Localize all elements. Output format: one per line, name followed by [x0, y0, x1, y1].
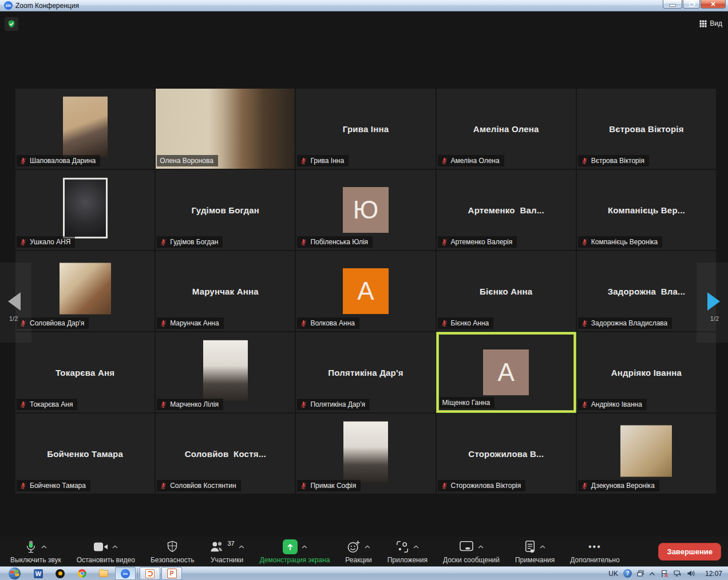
taskbar-media-player-button[interactable] [49, 567, 71, 580]
participant-tile[interactable]: Амеліна Олена Амеліна Олена [437, 89, 576, 169]
participant-tile[interactable]: Шаповалова Дарина [15, 89, 155, 169]
participant-tile[interactable]: Марунчак Анна Марунчак Анна [156, 251, 295, 331]
participant-tile[interactable]: Бієнко Анна Бієнко Анна [437, 251, 576, 331]
network-icon[interactable] [674, 570, 682, 577]
muted-mic-icon [19, 239, 27, 246]
help-icon[interactable]: ? [623, 569, 632, 578]
language-indicator[interactable]: UK [608, 570, 618, 578]
taskbar-explorer-button[interactable] [93, 567, 114, 580]
participant-video [620, 426, 672, 477]
taskbar-zoom-button[interactable]: zm [115, 567, 136, 580]
share-screen-button[interactable]: Демонстрация экрана [260, 539, 330, 564]
chevron-up-icon[interactable] [478, 545, 484, 549]
participant-name-label: Шаповалова Дарина [17, 155, 100, 166]
meeting-info-button[interactable] [5, 17, 18, 31]
action-center-flag-icon[interactable] [660, 570, 668, 578]
participant-name-text: Шаповалова Дарина [30, 157, 96, 165]
restore-button[interactable] [683, 0, 700, 9]
chevron-up-icon[interactable] [112, 545, 118, 549]
muted-mic-icon [441, 239, 448, 246]
taskbar-word-button[interactable]: W [27, 567, 49, 580]
notes-button[interactable]: Примечания [515, 539, 555, 564]
participant-tile[interactable]: Вєтрова Вікторія Вєтрова Вікторія [577, 89, 716, 169]
participant-name-text: Компанієць Вероніка [591, 238, 658, 246]
close-icon: ✕ [710, 1, 715, 8]
participant-tile[interactable]: А Волкова Анна [296, 251, 435, 331]
more-button[interactable]: ••• Дополнительно [570, 539, 619, 564]
participant-name-text: Побіленська Юлія [310, 238, 368, 246]
participant-tile[interactable]: Примак Софія [296, 414, 435, 494]
presentation-file-icon [145, 569, 155, 578]
chevron-up-icon[interactable] [540, 545, 545, 549]
participant-tile[interactable]: Ушкало АНЯ [15, 170, 155, 250]
system-tray: UK ? 12:07 [608, 569, 728, 578]
participants-count: 37 [227, 540, 234, 547]
participant-name-label: Токарєва Аня [17, 399, 77, 410]
word-icon: W [34, 569, 43, 578]
participant-tile[interactable]: Артеменко Вал... Артеменко Валерія [437, 170, 576, 250]
show-hidden-icons-chevron[interactable] [649, 571, 655, 576]
participant-tile[interactable]: Компанієць Вер... Компанієць Вероніка [577, 170, 716, 250]
participant-tile[interactable]: Полятикіна Дар'я Полятикіна Дар'я [296, 332, 435, 412]
participant-tile[interactable]: Олена Воронова [156, 89, 295, 169]
next-page-button[interactable]: 1/2 [697, 263, 728, 343]
previous-page-arrow-icon [8, 292, 21, 311]
participant-name-text: Бойченко Тамара [30, 482, 86, 490]
taskbar-presentation-button[interactable] [140, 567, 160, 580]
end-meeting-button[interactable]: Завершение [658, 543, 721, 561]
muted-mic-icon [160, 239, 167, 246]
window-titlebar: zm Zoom Конференция ✕ [0, 0, 728, 11]
taskbar-clock[interactable]: 12:07 [705, 570, 722, 578]
participant-name-label: Олена Воронова [157, 155, 218, 166]
participant-tile[interactable]: А Міщенко Ганна [437, 332, 576, 412]
share-screen-label: Демонстрация экрана [260, 556, 330, 564]
participant-name-label: Вєтрова Вікторія [578, 155, 649, 166]
participant-tile[interactable]: Бойченко Тамара Бойченко Тамара [15, 414, 155, 494]
stop-video-button[interactable]: Остановить видео [77, 539, 135, 564]
participant-name-label: Сторожилова Вікторія [438, 480, 526, 491]
taskbar-chrome-button[interactable] [71, 567, 93, 580]
chevron-up-icon[interactable] [239, 545, 244, 549]
close-button[interactable]: ✕ [701, 0, 726, 9]
participant-video [63, 97, 108, 157]
participants-button[interactable]: 37 Участники [209, 539, 244, 564]
speaker-icon[interactable] [687, 570, 695, 577]
apps-button[interactable]: Приложения [387, 539, 428, 564]
participant-tile[interactable]: Сторожилова В... Сторожилова Вікторія [437, 414, 576, 494]
participant-name-label: Міщенко Ганна [440, 397, 495, 408]
next-page-arrow-icon [707, 292, 720, 311]
participant-name-text: Грива Інна [310, 157, 344, 165]
participant-name-text: Артеменко Валерія [451, 238, 513, 246]
participant-tile[interactable]: Ю Побіленська Юлія [296, 170, 435, 250]
participant-name-text: Сторожилова Вікторія [451, 482, 521, 490]
zoom-logo-icon: zm [4, 1, 13, 10]
chevron-up-icon[interactable] [365, 545, 370, 549]
minimize-button[interactable] [663, 0, 682, 9]
desktop-window-icon[interactable] [637, 570, 644, 577]
reactions-button[interactable]: Реакции [345, 539, 371, 564]
participant-tile[interactable]: Дзекунова Вероніка [577, 414, 716, 494]
powerpoint-icon: P [167, 569, 177, 578]
view-button[interactable]: Вид [699, 19, 722, 27]
whiteboards-button[interactable]: Доски сообщений [443, 539, 500, 564]
participant-tile[interactable]: Токарєва Аня Токарєва Аня [15, 332, 155, 412]
participant-video [60, 263, 111, 315]
participant-tile[interactable]: Андріяко Іванна Андріяко Іванна [577, 332, 716, 412]
participant-tile[interactable]: Марченко Лілія [156, 332, 295, 412]
start-button[interactable] [6, 567, 23, 580]
security-button[interactable]: Безопасность [151, 539, 195, 564]
previous-page-button[interactable]: 1/2 [0, 263, 31, 343]
participant-tile[interactable]: Гудімов Богдан Гудімов Богдан [156, 170, 295, 250]
participant-tile[interactable]: Соловйов Костя... Соловйов Костянтин [156, 414, 295, 494]
participant-tile[interactable]: Задорожна Вла... Задорожна Владислава [577, 251, 716, 331]
notes-icon [524, 540, 536, 554]
participant-tile[interactable]: Грива Інна Грива Інна [296, 89, 435, 169]
participant-name-label: Побіленська Юлія [297, 236, 373, 248]
chevron-up-icon[interactable] [302, 545, 307, 549]
chevron-up-icon[interactable] [413, 545, 419, 549]
taskbar-separator [137, 568, 138, 579]
participant-tile[interactable]: Соловйова Дар'я [15, 251, 155, 331]
taskbar-powerpoint-button[interactable]: P [161, 567, 182, 580]
mute-button[interactable]: Выключить звук [10, 539, 61, 564]
chevron-up-icon[interactable] [41, 545, 47, 549]
